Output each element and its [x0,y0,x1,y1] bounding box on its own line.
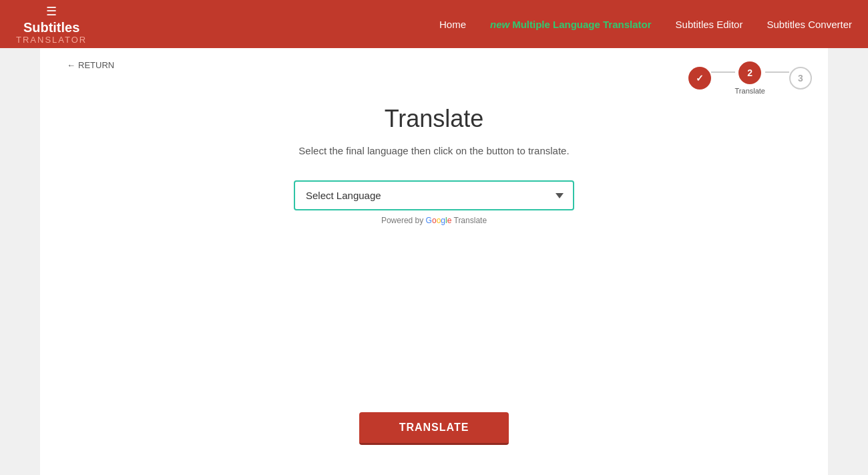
return-link[interactable]: ← RETURN [67,60,114,70]
translate-title: Translate [67,105,801,133]
step-2-circle: 2 [738,61,761,84]
translate-subtitle: Select the final language then click on … [67,145,801,156]
step-2-label: Translate [735,87,765,95]
step-1: ✓ [688,67,711,90]
step-3: 3 [789,67,812,90]
nav-home[interactable]: Home [439,19,466,30]
nav-editor[interactable]: Subtitles Editor [676,19,743,30]
step-1-circle: ✓ [688,67,711,90]
page-wrapper: ← RETURN ✓ 2 Translate 3 Translate Selec… [40,48,828,475]
translate-button[interactable]: TRANSLATE [359,412,509,445]
translate-btn-area: TRANSLATE [67,412,801,445]
logo-icon: ☰ [46,4,57,19]
logo[interactable]: ☰ Subtitles TRANSLATOR [16,4,87,45]
logo-subtitle: TRANSLATOR [16,35,87,45]
translate-section: Translate Select the final language then… [67,105,801,225]
language-select[interactable]: Select LanguageAfrikaansAlbanianAmharicA… [294,180,574,210]
powered-by-prefix: Powered by [381,216,426,225]
main-nav: Home newMultiple Language Translator Sub… [439,19,852,30]
return-label: RETURN [78,60,114,70]
stepper: ✓ 2 Translate 3 [688,61,812,95]
step-connector-1 [711,71,735,73]
step-3-circle: 3 [789,67,812,90]
header: ☰ Subtitles TRANSLATOR Home newMultiple … [0,0,868,48]
step-2: 2 Translate [735,61,765,95]
nav-converter[interactable]: Subtitles Converter [767,19,852,30]
powered-by-translate: Translate [451,216,487,225]
select-wrapper: Select LanguageAfrikaansAlbanianAmharicA… [294,180,574,225]
new-badge: new [490,19,509,30]
powered-by: Powered by Google Translate [294,216,574,225]
return-arrow: ← [67,60,75,70]
step-connector-2 [765,71,789,73]
logo-title: Subtitles [23,20,79,35]
nav-translator[interactable]: newMultiple Language Translator [490,19,652,30]
